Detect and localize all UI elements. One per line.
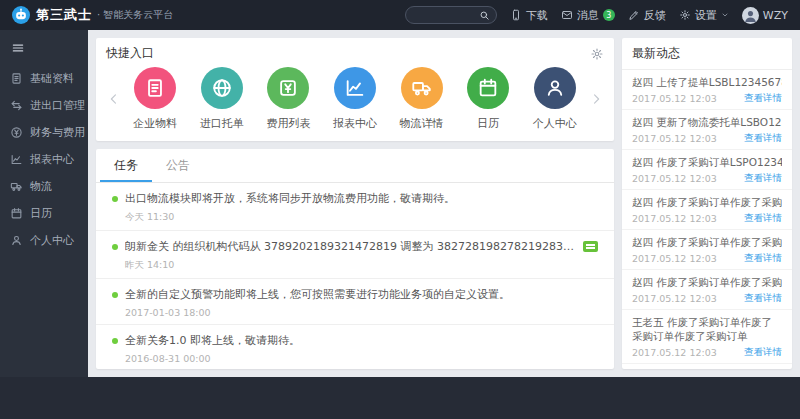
chart-icon bbox=[10, 153, 23, 166]
news-text: 赵四 作废了采购订单LSPO123456789 bbox=[632, 155, 782, 169]
sidebar: 基础资料 进出口管理 财务与费用 报表中心 bbox=[0, 30, 88, 377]
sidebar-item[interactable]: 报表中心 bbox=[0, 146, 88, 173]
news-text: 王老五 作废了采购订单作废了采购订单作废了采购订单LSPO123456789 bbox=[632, 315, 782, 343]
task-text-row: 全新关务1.0 即将上线，敬请期待。 bbox=[112, 333, 598, 348]
quick-entry-item[interactable]: 企业物料 bbox=[124, 67, 186, 131]
news-detail-link[interactable]: 查看详情 bbox=[744, 292, 782, 305]
sidebar-item-label: 物流 bbox=[30, 179, 52, 194]
calendar-icon bbox=[10, 207, 23, 220]
tab-tasks[interactable]: 任务 bbox=[100, 149, 152, 182]
news-date: 2017.05.12 12:03 bbox=[632, 213, 717, 224]
task-item[interactable]: 出口物流模块即将开放，系统将同步开放物流费用功能，敬请期待。 今天 11:30 bbox=[96, 183, 614, 231]
quick-entry-header: 快捷入口 bbox=[106, 45, 604, 62]
quick-entry-item[interactable]: 物流详情 bbox=[391, 67, 453, 131]
status-dot-icon bbox=[112, 292, 118, 298]
yen-box-icon bbox=[277, 77, 299, 99]
menu-toggle-button[interactable] bbox=[0, 35, 88, 61]
task-text: 全新的自定义预警功能即将上线，您可按照需要进行功能业务项的自定义设置。 bbox=[125, 287, 510, 302]
task-text-row: 出口物流模块即将开放，系统将同步开放物流费用功能，敬请期待。 bbox=[112, 191, 598, 206]
sidebar-item[interactable]: 日历 bbox=[0, 200, 88, 227]
news-date: 2017.05.12 12:03 bbox=[632, 93, 717, 104]
tab-announcements[interactable]: 公告 bbox=[152, 149, 204, 182]
quick-entry-label: 日历 bbox=[477, 116, 499, 131]
task-time: 2017-01-03 18:00 bbox=[125, 307, 598, 318]
page-body: 基础资料 进出口管理 财务与费用 报表中心 bbox=[0, 30, 800, 377]
feedback-button[interactable]: 反馈 bbox=[628, 8, 666, 23]
news-detail-link[interactable]: 查看详情 bbox=[744, 212, 782, 225]
calendar-icon bbox=[477, 77, 499, 99]
truck-icon bbox=[10, 180, 23, 193]
news-detail-link[interactable]: 查看详情 bbox=[744, 346, 782, 359]
status-dot-icon bbox=[112, 196, 118, 202]
search-input[interactable] bbox=[412, 10, 479, 21]
quick-entry-item[interactable]: 进口托单 bbox=[191, 67, 253, 131]
news-meta: 2017.05.12 12:03 查看详情 bbox=[632, 172, 782, 185]
news-item: 赵四 上传了提单LSBL123456789 2017.05.12 12:03 查… bbox=[622, 70, 792, 110]
news-date: 2017.05.12 12:03 bbox=[632, 253, 717, 264]
phone-icon bbox=[510, 9, 522, 21]
messages-button[interactable]: 消息 3 bbox=[561, 8, 615, 23]
status-dot-icon bbox=[112, 338, 118, 344]
search-icon[interactable] bbox=[479, 10, 490, 21]
task-item[interactable]: 朗新金关 的组织机构代码从 3789202189321472819 调整为 38… bbox=[96, 231, 614, 279]
quick-entry-item[interactable]: 费用列表 bbox=[257, 67, 319, 131]
quick-entry-label: 企业物料 bbox=[133, 116, 177, 131]
task-time: 昨天 14:10 bbox=[125, 259, 598, 272]
news-meta: 2017.05.12 12:03 查看详情 bbox=[632, 92, 782, 105]
task-item[interactable]: 全新关务1.0 即将上线，敬请期待。 2016-08-31 00:00 bbox=[96, 325, 614, 369]
doc-icon bbox=[144, 77, 166, 99]
carousel-prev-button[interactable] bbox=[106, 92, 122, 106]
news-text: 赵四 上传了提单LSBL123456789 bbox=[632, 75, 782, 89]
settings-label: 设置 bbox=[695, 8, 717, 23]
sidebar-item[interactable]: 进出口管理 bbox=[0, 92, 88, 119]
quick-entry-label: 报表中心 bbox=[333, 116, 377, 131]
news-meta: 2017.05.12 12:03 查看详情 bbox=[632, 212, 782, 225]
sidebar-item-label: 进出口管理 bbox=[30, 98, 85, 113]
chevron-right-icon bbox=[589, 92, 603, 106]
news-text: 赵四 作废了采购订单作废了采购订单LSPO123456789 bbox=[632, 275, 782, 289]
messages-badge: 3 bbox=[603, 9, 615, 21]
quick-entry-label: 费用列表 bbox=[266, 116, 310, 131]
task-item[interactable]: 全新的自定义预警功能即将上线，您可按照需要进行功能业务项的自定义设置。 2017… bbox=[96, 279, 614, 325]
trade-arrows-icon bbox=[10, 99, 23, 112]
quick-entry-item[interactable]: 个人中心 bbox=[524, 67, 586, 131]
task-text: 朗新金关 的组织机构代码从 3789202189321472819 调整为 38… bbox=[125, 239, 576, 254]
sidebar-item-label: 财务与费用 bbox=[30, 125, 85, 140]
quick-entry-panel: 快捷入口 bbox=[96, 38, 614, 141]
quick-entry-carousel: 企业物料 进口托单 bbox=[106, 67, 604, 131]
sidebar-item[interactable]: 个人中心 bbox=[0, 227, 88, 254]
brand-subtitle: · 智能关务云平台 bbox=[97, 8, 173, 22]
quick-entry-circle bbox=[134, 67, 176, 109]
board-tabs: 任务 公告 bbox=[96, 149, 614, 183]
news-date: 2017.05.12 12:03 bbox=[632, 173, 717, 184]
task-text: 出口物流模块即将开放，系统将同步开放物流费用功能，敬请期待。 bbox=[125, 191, 455, 206]
brand-robot-logo-icon bbox=[12, 6, 30, 24]
news-meta: 2017.05.12 12:03 查看详情 bbox=[632, 346, 782, 359]
truck-icon bbox=[411, 77, 433, 99]
quick-settings-button[interactable] bbox=[590, 47, 604, 61]
sidebar-item[interactable]: 物流 bbox=[0, 173, 88, 200]
settings-button[interactable]: 设置 bbox=[679, 8, 729, 23]
quick-entry-circle bbox=[334, 67, 376, 109]
hamburger-icon bbox=[11, 41, 25, 55]
sidebar-item[interactable]: 财务与费用 bbox=[0, 119, 88, 146]
news-detail-link[interactable]: 查看详情 bbox=[744, 132, 782, 145]
news-detail-link[interactable]: 查看详情 bbox=[744, 172, 782, 185]
quick-entry-circle bbox=[267, 67, 309, 109]
quick-entry-circle bbox=[467, 67, 509, 109]
news-text: 赵四 更新了物流委托单LSBO123456789 bbox=[632, 115, 782, 129]
download-button[interactable]: 下载 bbox=[510, 8, 548, 23]
carousel-next-button[interactable] bbox=[588, 92, 604, 106]
content-area: 快捷入口 bbox=[88, 30, 800, 377]
user-menu[interactable]: WZY bbox=[742, 7, 788, 24]
news-detail-link[interactable]: 查看详情 bbox=[744, 252, 782, 265]
user-name: WZY bbox=[763, 9, 788, 22]
sidebar-item[interactable]: 基础资料 bbox=[0, 65, 88, 92]
news-meta: 2017.05.12 12:03 查看详情 bbox=[632, 132, 782, 145]
quick-entry-item[interactable]: 报表中心 bbox=[324, 67, 386, 131]
status-dot-icon bbox=[112, 244, 118, 250]
news-detail-link[interactable]: 查看详情 bbox=[744, 92, 782, 105]
task-time: 今天 11:30 bbox=[125, 211, 598, 224]
main-column: 快捷入口 bbox=[96, 38, 614, 369]
quick-entry-item[interactable]: 日历 bbox=[457, 67, 519, 131]
